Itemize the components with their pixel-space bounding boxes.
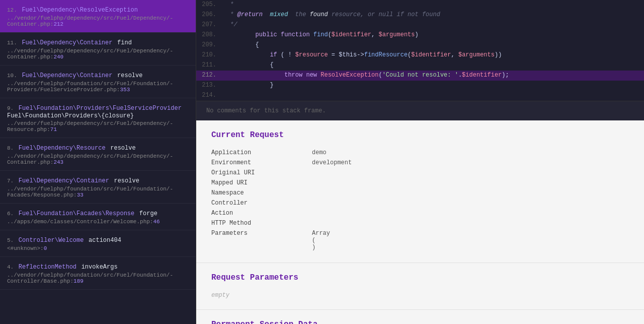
info-row-original-uri: Original URI [211, 168, 629, 178]
closure-info: Fuel\Foundation\Providers\{closure} [7, 112, 189, 119]
class-name: Fuel\Dependency\ResolveException [22, 7, 137, 14]
value-application: demo [312, 149, 327, 156]
no-comments-text: No comments for this stack frame. [196, 101, 644, 120]
code-line-207: 207. */ [196, 20, 644, 30]
value-environment: development [312, 159, 352, 166]
label-original-uri: Original URI [211, 169, 312, 176]
stack-item-12[interactable]: 12. Fuel\Dependency\ResolveException ../… [0, 0, 196, 33]
class-name: Controller\Welcome [19, 237, 84, 244]
current-request-section: Current Request Application demo Environ… [196, 120, 644, 263]
frame-number: 9. [7, 105, 14, 111]
class-name: Fuel\Dependency\Resource [19, 145, 106, 152]
info-row-mapped-uri: Mapped URI [211, 178, 629, 188]
code-line-210: 210. if ( ! $resource = $this->findResou… [196, 50, 644, 60]
stack-trace-panel: 12. Fuel\Dependency\ResolveException ../… [0, 0, 196, 324]
class-name: Fuel\Foundation\Providers\FuelServicePro… [19, 105, 182, 112]
file-path: ../vendor/fuelphp/foundation/src/Fuel/Fo… [7, 272, 189, 284]
info-row-application: Application demo [211, 148, 629, 158]
code-line-206: 206. * @return mixed the found resource,… [196, 10, 644, 20]
file-path: ../vendor/fuelphp/foundation/src/Fuel/Fo… [7, 81, 189, 93]
info-row-action: Action [211, 208, 629, 218]
frame-number: 11. [7, 40, 17, 46]
file-path: ../vendor/fuelphp/foundation/src/Fuel/Fo… [7, 186, 189, 198]
current-request-title: Current Request [211, 131, 629, 140]
label-application: Application [211, 149, 312, 156]
label-controller: Controller [211, 200, 312, 207]
code-block: 205. * 206. * @return mixed the found re… [196, 0, 644, 101]
stack-item-11[interactable]: 11. Fuel\Dependency\Container find ../ve… [0, 33, 196, 66]
stack-item-5[interactable]: 5. Controller\Welcome action404 <#unknow… [0, 230, 196, 257]
frame-number: 6. [7, 211, 14, 217]
method-name: invokeArgs [82, 264, 118, 271]
method-name: forge [139, 210, 157, 217]
code-line-214: 214. [196, 91, 644, 101]
request-parameters-title: Request Parameters [211, 273, 629, 282]
stack-item-6[interactable]: 6. Fuel\Foundation\Facades\Response forg… [0, 204, 196, 230]
file-path: ../vendor/fuelphp/dependency/src/Fuel/De… [7, 120, 189, 133]
label-environment: Environment [211, 159, 312, 166]
code-line-213: 213. } [196, 81, 644, 91]
frame-number: 5. [7, 237, 14, 243]
file-path: <#unknown>:0 [7, 245, 189, 251]
stack-item-7[interactable]: 7. Fuel\Dependency\Container resolve ../… [0, 171, 196, 204]
request-parameters-section: Request Parameters empty [196, 263, 644, 310]
request-parameters-empty: empty [211, 292, 229, 299]
class-name: ReflectionMethod [19, 264, 76, 271]
class-name: Fuel\Dependency\Container [22, 39, 112, 46]
info-row-http-method: HTTP Method [211, 218, 629, 228]
current-request-table: Application demo Environment development… [211, 148, 629, 252]
label-parameters: Parameters [211, 230, 312, 251]
class-name: Fuel\Dependency\Container [19, 177, 109, 184]
frame-number: 7. [7, 178, 14, 184]
method-name: action404 [89, 237, 121, 244]
frame-number: 8. [7, 145, 14, 151]
frame-number: 4. [7, 264, 14, 270]
code-line-211: 211. { [196, 60, 644, 71]
stack-item-4[interactable]: 4. ReflectionMethod invokeArgs ../vendor… [0, 257, 196, 290]
code-line-209: 209. { [196, 40, 644, 50]
info-row-namespace: Namespace [211, 188, 629, 198]
method-name: find [117, 39, 132, 46]
code-line-212: 212. throw new ResolveException('Could n… [196, 71, 644, 81]
class-name: Fuel\Foundation\Facades\Response [19, 210, 134, 217]
class-name: Fuel\Dependency\Container [22, 72, 112, 79]
file-path: ../apps/demo/classes/Controller/Welcome.… [7, 219, 189, 225]
code-line-208: 208. public function find($identifier, $… [196, 30, 644, 40]
info-row-controller: Controller [211, 198, 629, 208]
file-path: ../vendor/fuelphp/dependency/src/Fuel/De… [7, 15, 189, 27]
permanent-session-section: Permanent Session Data [196, 310, 644, 324]
permanent-session-title: Permanent Session Data [211, 320, 629, 324]
right-panel: 205. * 206. * @return mixed the found re… [196, 0, 644, 324]
method-name: resolve [117, 72, 142, 79]
label-namespace: Namespace [211, 189, 312, 197]
stack-item-9[interactable]: 9. Fuel\Foundation\Providers\FuelService… [0, 98, 196, 138]
label-http-method: HTTP Method [211, 220, 312, 227]
file-path: ../vendor/fuelphp/dependency/src/Fuel/De… [7, 153, 189, 165]
stack-item-10[interactable]: 10. Fuel\Dependency\Container resolve ..… [0, 66, 196, 98]
code-line-205: 205. * [196, 0, 644, 10]
label-action: Action [211, 210, 312, 217]
method-name: resolve [114, 177, 139, 184]
stack-item-8[interactable]: 8. Fuel\Dependency\Resource resolve ../v… [0, 138, 196, 171]
value-parameters: Array() [312, 230, 330, 251]
info-row-parameters: Parameters Array() [211, 228, 629, 252]
label-mapped-uri: Mapped URI [211, 179, 312, 186]
frame-number: 12. [7, 7, 17, 13]
info-row-environment: Environment development [211, 158, 629, 168]
file-path: ../vendor/fuelphp/dependency/src/Fuel/De… [7, 48, 189, 60]
frame-number: 10. [7, 73, 17, 79]
method-name: resolve [110, 145, 135, 152]
